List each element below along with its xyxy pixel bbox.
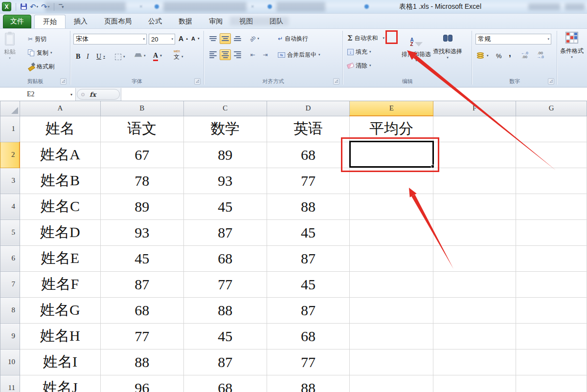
cell-F1[interactable] bbox=[433, 116, 516, 142]
cell-B10[interactable]: 88 bbox=[100, 349, 183, 375]
cell-A3[interactable]: 姓名B bbox=[20, 168, 100, 194]
dialog-launcher-icon[interactable]: ◿ bbox=[548, 78, 554, 85]
cell-D7[interactable]: 45 bbox=[267, 271, 350, 297]
fill-button[interactable]: ↓ 填充 ▾ bbox=[346, 46, 373, 57]
italic-button[interactable]: I bbox=[85, 51, 90, 62]
col-header-C[interactable]: C bbox=[183, 101, 267, 116]
cell-F9[interactable] bbox=[433, 323, 516, 349]
tab-插入[interactable]: 插入 bbox=[66, 15, 96, 28]
row-header-6[interactable]: 6 bbox=[0, 245, 20, 271]
col-header-F[interactable]: F bbox=[433, 101, 516, 116]
name-box[interactable]: E2 ▾ bbox=[0, 88, 76, 101]
borders-button[interactable]: ▾ bbox=[113, 51, 127, 62]
font-name-combobox[interactable]: 宋体 ▾ bbox=[73, 34, 147, 44]
font-color-button[interactable]: A ▾ bbox=[152, 50, 163, 61]
cell-A2[interactable]: 姓名A bbox=[20, 142, 100, 168]
paste-button[interactable]: 粘贴 ▾ bbox=[4, 33, 16, 60]
col-header-D[interactable]: D bbox=[267, 101, 350, 116]
row-header-2[interactable]: 2 bbox=[0, 142, 20, 168]
tab-file[interactable]: 文件 bbox=[3, 15, 31, 28]
cell-E4[interactable] bbox=[350, 194, 433, 219]
cell-D8[interactable]: 87 bbox=[267, 297, 350, 323]
comma-style-button[interactable]: , bbox=[507, 48, 513, 59]
cell-B8[interactable]: 68 bbox=[100, 297, 183, 323]
chevron-down-icon[interactable]: ▾ bbox=[547, 37, 549, 41]
chevron-down-icon[interactable]: ▾ bbox=[181, 55, 183, 59]
cell-A11[interactable]: 姓名J bbox=[20, 375, 100, 392]
select-all-corner[interactable] bbox=[0, 101, 20, 116]
wrap-text-button[interactable]: ↵ 自动换行 bbox=[276, 33, 310, 44]
close-icon[interactable]: × bbox=[251, 3, 254, 9]
chevron-down-icon[interactable]: ▾ bbox=[487, 54, 489, 58]
cell-D10[interactable]: 77 bbox=[267, 349, 350, 375]
cell-A4[interactable]: 姓名C bbox=[20, 194, 100, 219]
percent-style-button[interactable]: % bbox=[495, 50, 503, 61]
cell-G1[interactable] bbox=[516, 116, 587, 142]
chevron-down-icon[interactable]: ▾ bbox=[369, 50, 371, 54]
tab-审阅[interactable]: 审阅 bbox=[201, 15, 231, 28]
cell-G8[interactable] bbox=[516, 297, 587, 323]
cell-D1[interactable]: 英语 bbox=[267, 116, 350, 142]
shrink-font-button[interactable]: A▼ bbox=[190, 33, 202, 44]
cell-D11[interactable]: 88 bbox=[267, 375, 350, 392]
merge-center-button[interactable]: ⇆ 合并后居中 ▾ bbox=[276, 49, 322, 60]
cell-G3[interactable] bbox=[516, 168, 587, 194]
cell-A10[interactable]: 姓名I bbox=[20, 349, 100, 375]
col-header-B[interactable]: B bbox=[100, 101, 183, 116]
dialog-launcher-icon[interactable]: ◿ bbox=[60, 78, 67, 85]
row-header-8[interactable]: 8 bbox=[0, 297, 20, 323]
cell-G9[interactable] bbox=[516, 323, 587, 349]
fill-color-button[interactable]: ▾ bbox=[133, 50, 147, 61]
chevron-down-icon[interactable]: ▾ bbox=[415, 59, 417, 63]
cell-E11[interactable] bbox=[350, 375, 433, 392]
cell-G11[interactable] bbox=[516, 375, 587, 392]
insert-function-button[interactable]: fx bbox=[77, 89, 120, 100]
chevron-down-icon[interactable]: ▾ bbox=[447, 56, 449, 60]
row-header-9[interactable]: 9 bbox=[0, 323, 20, 349]
cell-B4[interactable]: 89 bbox=[100, 194, 183, 219]
cell-F7[interactable] bbox=[433, 271, 516, 297]
cell-F11[interactable] bbox=[433, 375, 516, 392]
cell-A1[interactable]: 姓名 bbox=[20, 116, 100, 142]
chevron-down-icon[interactable]: ▾ bbox=[9, 56, 11, 60]
chevron-down-icon[interactable]: ▾ bbox=[571, 55, 573, 59]
autosum-dropdown-icon[interactable]: ▾ bbox=[383, 36, 385, 40]
cell-G5[interactable] bbox=[516, 219, 587, 245]
cell-C10[interactable]: 87 bbox=[183, 349, 267, 375]
cell-E9[interactable] bbox=[350, 323, 433, 349]
cell-F2[interactable] bbox=[433, 142, 516, 168]
chevron-down-icon[interactable]: ▾ bbox=[143, 37, 145, 41]
close-icon[interactable]: × bbox=[139, 3, 142, 9]
clear-button[interactable]: 清除 ▾ bbox=[346, 60, 373, 71]
row-header-11[interactable]: 11 bbox=[0, 375, 20, 392]
cell-D6[interactable]: 87 bbox=[267, 245, 350, 271]
row-header-1[interactable]: 1 bbox=[0, 116, 20, 142]
cell-F6[interactable] bbox=[433, 245, 516, 271]
increase-decimal-button[interactable]: ←.0 .00 bbox=[521, 51, 528, 59]
blurred-tab[interactable] bbox=[163, 2, 247, 12]
font-size-combobox[interactable]: 20 ▾ bbox=[149, 34, 175, 44]
align-top-button[interactable] bbox=[207, 33, 219, 44]
chevron-down-icon[interactable]: ▾ bbox=[50, 51, 52, 55]
chevron-down-icon[interactable]: ▾ bbox=[103, 55, 105, 59]
tab-公式[interactable]: 公式 bbox=[140, 15, 170, 28]
cell-F5[interactable] bbox=[433, 219, 516, 245]
cell-G4[interactable] bbox=[516, 194, 587, 219]
chevron-down-icon[interactable]: ▾ bbox=[171, 37, 173, 41]
cell-C3[interactable]: 93 bbox=[183, 168, 267, 194]
cell-F4[interactable] bbox=[433, 194, 516, 219]
conditional-formatting-button[interactable]: 条件格式 ▾ bbox=[560, 32, 584, 59]
dialog-launcher-icon[interactable]: ◿ bbox=[194, 78, 201, 85]
cell-B3[interactable]: 78 bbox=[100, 168, 183, 194]
tab-页面布局[interactable]: 页面布局 bbox=[96, 15, 140, 28]
cell-G2[interactable] bbox=[516, 142, 587, 168]
cell-D4[interactable]: 88 bbox=[267, 194, 350, 219]
cut-button[interactable]: ✂ 剪切 bbox=[26, 34, 48, 44]
align-middle-button[interactable] bbox=[220, 33, 231, 44]
number-format-combobox[interactable]: 常规 ▾ bbox=[475, 34, 551, 44]
cell-C7[interactable]: 77 bbox=[183, 271, 267, 297]
accounting-format-button[interactable]: ▾ bbox=[475, 50, 490, 61]
cell-C5[interactable]: 87 bbox=[183, 219, 267, 245]
save-button[interactable] bbox=[21, 3, 27, 10]
cell-E8[interactable] bbox=[350, 297, 433, 323]
